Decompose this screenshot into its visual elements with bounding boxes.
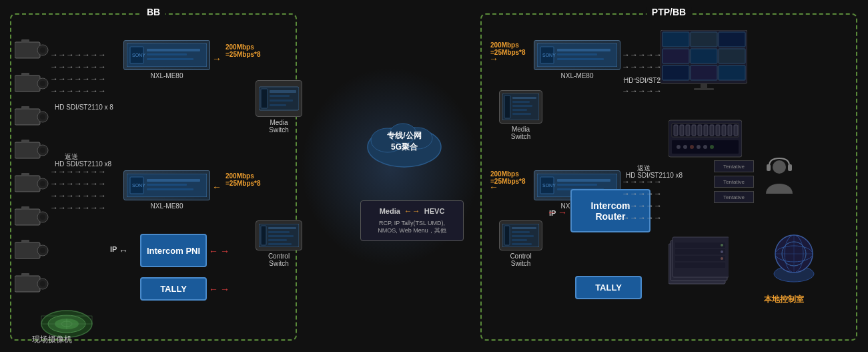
media-switch-right: Media Switch xyxy=(499,90,542,140)
svg-rect-76 xyxy=(557,184,597,186)
camera-icon-8 xyxy=(15,273,49,295)
svg-rect-111 xyxy=(698,125,702,136)
svg-rect-131 xyxy=(675,242,725,248)
camera-icon-5 xyxy=(15,173,49,194)
svg-rect-91 xyxy=(512,239,527,241)
svg-rect-89 xyxy=(512,231,530,233)
camera-icon-4 xyxy=(15,140,49,161)
svg-rect-88 xyxy=(512,227,536,229)
svg-rect-95 xyxy=(691,32,717,47)
bandwidth-bottom-right: 200Mbps =25Mbps*8 xyxy=(490,170,526,185)
svg-point-22 xyxy=(40,214,45,220)
svg-rect-23 xyxy=(21,206,29,210)
svg-rect-54 xyxy=(268,235,294,237)
svg-rect-83 xyxy=(512,105,532,107)
svg-rect-8 xyxy=(15,109,40,125)
svg-rect-48 xyxy=(270,100,293,102)
svg-rect-55 xyxy=(268,239,287,241)
nxl-top-right: SONY NXL-ME80 xyxy=(534,40,620,79)
svg-rect-28 xyxy=(15,276,40,292)
svg-rect-27 xyxy=(21,240,29,243)
nxl-top-right-label: NXL-ME80 xyxy=(534,72,620,79)
camera-icon-3 xyxy=(15,106,49,128)
red-arrow-router-2: → xyxy=(558,207,567,218)
svg-text:SONY: SONY xyxy=(132,53,145,57)
arrow-media-hevc: ←→ xyxy=(404,206,420,216)
svg-rect-134 xyxy=(675,262,725,268)
svg-rect-85 xyxy=(512,113,531,115)
svg-point-26 xyxy=(40,248,45,253)
svg-rect-133 xyxy=(675,256,725,261)
svg-rect-3 xyxy=(21,39,29,43)
ip-label-left: IP xyxy=(110,245,117,253)
svg-rect-53 xyxy=(268,231,290,233)
right-arrows-bottom: →→→→→ →→→→→ →→→→→ →→→→→ xyxy=(622,177,662,222)
tally-box-left: TALLY xyxy=(140,277,207,301)
camera-icon-6 xyxy=(15,206,49,228)
cloud-text: 专线/公网 5G聚合 xyxy=(371,130,438,153)
bandwidth-top-left: 200Mbps =25Mbps*8 xyxy=(226,43,261,58)
svg-rect-52 xyxy=(268,227,296,229)
svg-rect-87 xyxy=(504,226,510,245)
svg-rect-41 xyxy=(147,184,187,186)
svg-rect-132 xyxy=(675,249,725,254)
control-switch-right: Control Switch xyxy=(499,220,542,267)
svg-rect-12 xyxy=(15,142,40,158)
nxl-top-left: SONY NXL-ME80 xyxy=(123,40,210,79)
svg-rect-70 xyxy=(557,53,597,55)
svg-rect-46 xyxy=(270,90,296,93)
svg-point-30 xyxy=(40,281,45,287)
intercom-pni-label: Intercom PNI xyxy=(140,234,207,267)
svg-rect-0 xyxy=(15,42,40,58)
hevc-text: HEVC xyxy=(424,207,445,215)
svg-rect-56 xyxy=(268,243,292,245)
control-switch-right-label: Control Switch xyxy=(499,252,542,267)
svg-rect-71 xyxy=(557,58,604,60)
tally-box-right: TALLY xyxy=(575,276,642,299)
red-arrow-pni-left: → xyxy=(220,246,230,256)
mixer-console-right xyxy=(669,117,742,163)
nxl-bottom-left: SONY NXL-ME80 xyxy=(123,170,210,210)
bandwidth-bottom-left: 200Mbps =25Mbps*8 xyxy=(226,172,261,187)
svg-rect-108 xyxy=(680,125,684,136)
svg-rect-102 xyxy=(719,65,745,80)
svg-text:SONY: SONY xyxy=(132,183,145,188)
svg-rect-101 xyxy=(691,65,717,80)
svg-point-120 xyxy=(683,145,687,149)
svg-rect-35 xyxy=(147,53,187,55)
intercom-pni-box: Intercom PNI xyxy=(140,234,207,267)
server-icon xyxy=(767,224,821,287)
right-panel-label: PTP/BB xyxy=(646,7,691,17)
svg-rect-84 xyxy=(512,109,527,111)
svg-rect-4 xyxy=(15,75,40,92)
svg-point-136 xyxy=(721,250,723,253)
svg-point-14 xyxy=(40,148,45,153)
headset-icon xyxy=(763,157,796,200)
orange-arrow-bottom-left: ← xyxy=(212,182,222,192)
svg-rect-20 xyxy=(15,209,40,225)
svg-point-121 xyxy=(690,145,694,149)
nxl-bottom-left-label: NXL-ME80 xyxy=(123,202,210,210)
svg-point-119 xyxy=(677,145,681,149)
left-arrows-top: →→→→→→→ →→→→→→→ →→→→→→→ →→→→→→→ xyxy=(50,50,106,96)
hd-sdi-bottom-label: HD SDI/ST2110 x8 xyxy=(55,160,111,168)
svg-point-135 xyxy=(721,244,723,246)
svg-rect-126 xyxy=(767,164,771,171)
svg-rect-15 xyxy=(21,140,29,143)
svg-rect-40 xyxy=(147,179,200,182)
orange-arrow-top-left: → xyxy=(212,53,222,64)
camera-icon-1 xyxy=(15,39,49,61)
media-text: Media xyxy=(380,207,400,215)
svg-rect-81 xyxy=(512,97,536,99)
svg-rect-98 xyxy=(691,49,717,63)
red-arrow-pni-right: ← xyxy=(209,246,218,256)
left-panel-label: BB xyxy=(141,7,165,17)
svg-rect-114 xyxy=(716,125,720,136)
control-switch-left-label: Control Switch xyxy=(256,252,302,267)
svg-rect-49 xyxy=(270,104,286,106)
svg-rect-104 xyxy=(694,88,714,90)
media-switch-left: Media Switch xyxy=(256,80,302,134)
nxl-top-left-label: NXL-ME80 xyxy=(123,72,210,79)
svg-point-2 xyxy=(40,47,45,53)
svg-point-6 xyxy=(40,81,45,86)
